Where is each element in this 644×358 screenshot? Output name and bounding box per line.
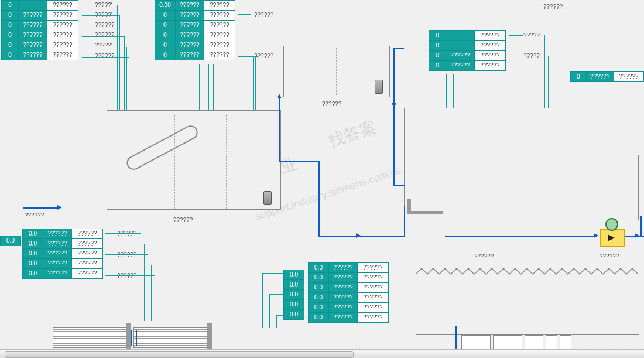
pump-icon[interactable] [375,80,383,94]
tank-edge [638,155,644,220]
tank-right-label: ?????? [474,253,494,260]
arrow-right-icon [594,233,598,238]
table-far-right[interactable]: 0???????????? [570,71,644,82]
table-mid-right[interactable]: 0.0???????????? 0.0???????????? 0.0?????… [308,262,389,323]
table-top-mid[interactable]: 0.00???????????? 0???????????? 0????????… [155,0,235,60]
arrow-up-icon [277,94,282,98]
tank-right[interactable] [404,108,584,220]
tank-large-label: ?????? [173,217,193,223]
horizontal-scrollbar[interactable] [0,349,644,358]
single-cell-left[interactable]: 0.0 [0,236,21,246]
valve-label: ?????? [600,253,619,260]
tank-small-label: ?????? [322,101,341,107]
pipe-segment [407,211,443,214]
clarifier-weir [416,267,638,275]
table-left-stack[interactable]: 0.0???????????? 0.0???????????? 0.0?????… [22,229,103,279]
inflow-label: ?????? [25,212,44,219]
flow-valve[interactable] [600,229,625,247]
pipe-inflow [23,207,59,209]
scrollbar-thumb[interactable] [5,351,354,358]
basin [53,327,126,348]
cell-value: 0 [2,1,19,11]
pipe [279,96,280,162]
scada-canvas: 西门子工业 找答案 support.industry.siemens.com/c… [0,0,644,358]
pump-icon[interactable] [263,191,272,205]
table-right[interactable]: 0?????? 0?????? 0???????????? 0?????????… [429,30,506,71]
table-top-left[interactable]: 0?????? 0???????????? 0???????????? 0???… [1,0,78,60]
arrow-right-icon [57,205,62,210]
arrow-down-icon [392,103,396,108]
cell-tag [19,1,47,11]
top-right-label: ?????? [543,4,563,10]
arrow-right-icon [356,233,361,238]
basin [133,327,207,348]
cell-unit: ?????? [47,1,78,11]
table-mid-left-col[interactable]: 0.0 0.0 0.0 0.0 0.0 [283,270,304,320]
clarifier-tank [416,275,639,335]
watermark-b: 找答案 [326,116,379,152]
flow-gauge-icon [605,218,618,231]
